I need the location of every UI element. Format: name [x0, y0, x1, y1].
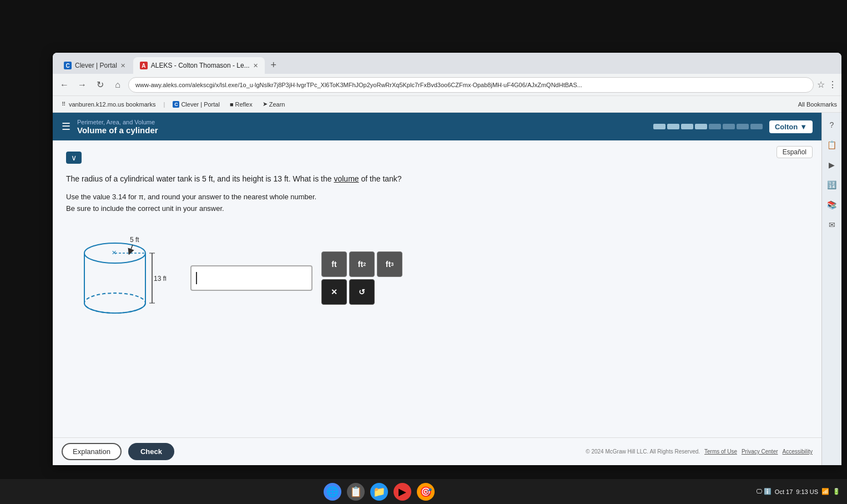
tab-clever[interactable]: C Clever | Portal ✕ [57, 57, 132, 74]
taskbar-chrome-icon[interactable]: 🌐 [324, 483, 341, 501]
all-bookmarks-label[interactable]: All Bookmarks [798, 101, 837, 108]
mail-icon[interactable]: ✉ [824, 217, 840, 233]
battery-icon: 🔋 [833, 488, 840, 495]
progress-seg-3 [681, 124, 693, 129]
key-ft[interactable]: ft [321, 251, 347, 277]
new-tab-button[interactable]: + [266, 57, 281, 73]
menu-dots-icon[interactable]: ⋮ [828, 79, 837, 90]
clever-favicon: C [64, 62, 72, 69]
home-button[interactable]: ⌂ [110, 78, 125, 92]
hamburger-icon[interactable]: ☰ [62, 120, 70, 133]
aleks-main-title: Volume of a cylinder [77, 125, 647, 135]
taskbar-right: 🖵 ℹ️ Oct 17 9:13 US 📶 🔋 [756, 488, 840, 495]
key-undo[interactable]: ↺ [349, 279, 375, 305]
system-icons: 🖵 ℹ️ [756, 488, 772, 495]
cylinder-svg: ✕ 5 ft 13 ft [66, 228, 166, 322]
back-button[interactable]: ← [57, 78, 72, 92]
reload-button[interactable]: ↻ [93, 78, 107, 92]
progress-seg-1 [653, 124, 666, 129]
svg-text:✕: ✕ [112, 249, 117, 256]
progress-section [653, 124, 763, 129]
calculator-icon[interactable]: 🔢 [824, 177, 840, 193]
zearn-icon: ➤ [263, 100, 268, 108]
right-toolbar: ? 📋 ▶ 🔢 📚 ✉ [821, 113, 841, 465]
bookmark-vanburen[interactable]: ⠿ vanburen.k12.mo.us bookmarks [57, 99, 158, 109]
unit-keypad: ft ft2 ft3 ✕ ↺ [321, 251, 402, 305]
answer-section: ft ft2 ft3 ✕ ↺ [190, 251, 402, 305]
tab-aleks-label: ALEKS - Colton Thomason - Le... [151, 62, 250, 69]
taskbar-folder-icon[interactable]: 📁 [370, 483, 388, 501]
question-main-area: ✕ 5 ft 13 ft [66, 228, 808, 328]
forward-button[interactable]: → [75, 78, 89, 92]
question-instructions-line3: Be sure to include the correct unit in y… [66, 203, 808, 215]
progress-seg-6 [723, 124, 735, 129]
copyright-text: © 2024 McGraw Hill LLC. All Rights Reser… [586, 448, 700, 455]
user-dropdown-icon: ▼ [800, 123, 807, 131]
answer-input-box[interactable] [190, 265, 312, 291]
taskbar-files-icon[interactable]: 📋 [347, 483, 365, 501]
progress-seg-8 [750, 124, 763, 129]
browser-window: C Clever | Portal ✕ A ALEKS - Colton Tho… [53, 53, 841, 465]
user-menu[interactable]: Colton ▼ [769, 120, 813, 133]
notes-icon[interactable]: 📋 [824, 137, 840, 153]
bookmark-vanburen-label: vanburen.k12.mo.us bookmarks [69, 101, 156, 108]
bookmark-zearn-label: Zearn [269, 101, 285, 108]
terms-link[interactable]: Terms of Use [704, 448, 737, 455]
bookmark-clever[interactable]: C Clever | Portal [170, 100, 222, 109]
user-name-label: Colton [775, 123, 798, 131]
bookmarks-bar: ⠿ vanburen.k12.mo.us bookmarks | C Cleve… [53, 96, 841, 113]
espanol-button[interactable]: Español [777, 146, 813, 158]
progress-seg-2 [667, 124, 679, 129]
question-area: Español ∨ The radius of a cylindrical wa… [53, 140, 821, 437]
question-instructions-line2: Use the value 3.14 for π, and round your… [66, 191, 808, 203]
taskbar-icons: 🌐 📋 📁 ▶ 🎯 [7, 483, 752, 501]
bookmark-clever-label: Clever | Portal [181, 101, 220, 108]
aleks-title-section: Perimeter, Area, and Volume Volume of a … [77, 119, 647, 135]
key-clear[interactable]: ✕ [321, 279, 347, 305]
tab-clever-label: Clever | Portal [75, 62, 117, 69]
aleks-favicon: A [140, 62, 148, 69]
key-ft3[interactable]: ft3 [377, 251, 402, 277]
bookmark-reflex-label: Reflex [235, 101, 253, 108]
question-text-line1: The radius of a cylindrical water tank i… [66, 173, 808, 185]
progress-seg-7 [737, 124, 749, 129]
cylinder-diagram: ✕ 5 ft 13 ft [66, 228, 177, 328]
svg-text:13 ft: 13 ft [154, 275, 166, 283]
video-icon[interactable]: ▶ [824, 157, 840, 173]
os-taskbar: 🌐 📋 📁 ▶ 🎯 🖵 ℹ️ Oct 17 9:13 US 📶 🔋 [0, 479, 847, 504]
tab-aleks-close[interactable]: ✕ [253, 62, 258, 69]
aleks-content: ☰ Perimeter, Area, and Volume Volume of … [53, 113, 821, 465]
question-footer: Explanation Check © 2024 McGraw Hill LLC… [53, 437, 821, 465]
address-input[interactable] [128, 77, 814, 93]
expand-button[interactable]: ∨ [66, 152, 82, 164]
text-cursor [196, 272, 197, 284]
bookmark-star-icon[interactable]: ☆ [817, 79, 825, 90]
reflex-icon: ■ [230, 101, 234, 108]
key-ft2[interactable]: ft2 [349, 251, 375, 277]
help-icon[interactable]: ? [824, 117, 840, 133]
taskbar-app-icon[interactable]: 🎯 [417, 483, 435, 501]
check-button[interactable]: Check [128, 443, 174, 460]
clever-bm-icon: C [173, 101, 179, 108]
svg-line-5 [130, 245, 133, 252]
bookmark-zearn[interactable]: ➤ Zearn [260, 99, 288, 109]
progress-seg-5 [709, 124, 721, 129]
aleks-header: ☰ Perimeter, Area, and Volume Volume of … [53, 113, 821, 140]
taskbar-play-icon[interactable]: ▶ [394, 483, 411, 501]
bookmark-reflex[interactable]: ■ Reflex [228, 100, 255, 109]
privacy-link[interactable]: Privacy Center [742, 448, 778, 455]
taskbar-time: 9:13 US [796, 488, 818, 495]
footer-copyright: © 2024 McGraw Hill LLC. All Rights Reser… [586, 448, 813, 455]
progress-seg-4 [695, 124, 707, 129]
explanation-button[interactable]: Explanation [62, 443, 122, 460]
taskbar-date: Oct 17 [775, 488, 793, 495]
tab-aleks[interactable]: A ALEKS - Colton Thomason - Le... ✕ [133, 57, 265, 74]
aleks-subtitle: Perimeter, Area, and Volume [77, 119, 647, 125]
wifi-icon: 📶 [821, 488, 829, 495]
tab-bar: C Clever | Portal ✕ A ALEKS - Colton Tho… [53, 53, 841, 74]
tab-clever-close[interactable]: ✕ [120, 62, 125, 69]
accessibility-link[interactable]: Accessibility [783, 448, 813, 455]
svg-text:5 ft: 5 ft [130, 236, 139, 244]
book-icon[interactable]: 📚 [824, 197, 840, 213]
progress-bar [653, 124, 763, 129]
